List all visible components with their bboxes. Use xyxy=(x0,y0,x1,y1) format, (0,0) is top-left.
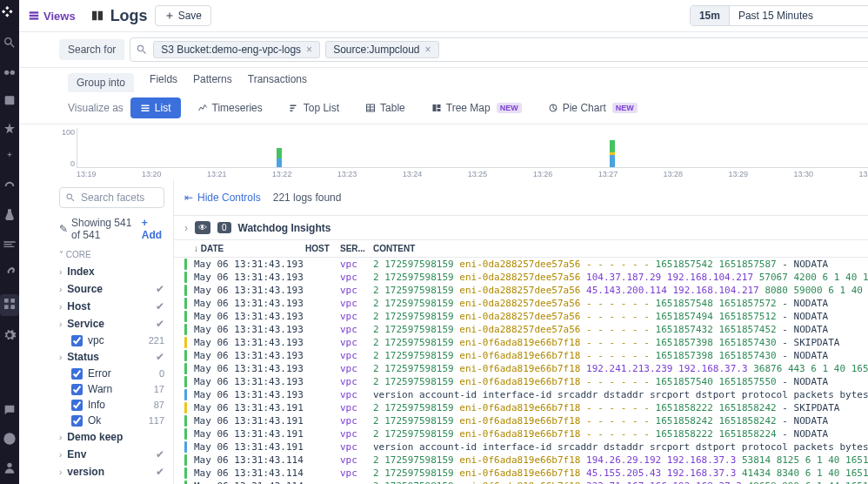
log-row[interactable]: May 06 13:31:43.193 vpc 2 172597598159 e… xyxy=(174,284,868,297)
time-picker[interactable]: 15m Past 15 Minutes ▾ xyxy=(690,5,868,26)
log-date: May 06 13:31:43.193 xyxy=(194,311,298,322)
rail-gauge-icon[interactable] xyxy=(3,179,17,196)
pencil-icon: ✎ xyxy=(59,223,68,235)
facet-search[interactable]: Search facets xyxy=(59,187,164,208)
log-row[interactable]: May 06 13:31:43.191 vpc 2 172597598159 e… xyxy=(174,401,868,414)
svg-point-1 xyxy=(10,71,15,75)
vis-table[interactable]: Table xyxy=(356,97,415,118)
facet-item[interactable]: ›Index xyxy=(59,263,164,280)
toggle-transactions[interactable]: Transactions xyxy=(248,73,307,92)
rail-calendar-icon[interactable] xyxy=(3,93,17,110)
log-date: May 06 13:31:43.193 xyxy=(194,376,298,387)
rail-sparkle-icon[interactable] xyxy=(3,151,17,167)
close-icon[interactable]: × xyxy=(306,44,312,56)
facet-checkbox[interactable] xyxy=(71,384,83,395)
log-content: 2 172597598159 eni-0da288257dee57a56 - -… xyxy=(373,324,868,335)
log-date: May 06 13:31:43.193 xyxy=(194,324,298,335)
log-row[interactable]: May 06 13:31:43.114 vpc 2 172597598159 e… xyxy=(174,480,868,484)
log-row[interactable]: May 06 13:31:43.114 vpc 2 172597598159 e… xyxy=(174,454,868,467)
vis-list[interactable]: List xyxy=(130,97,181,118)
svg-rect-18 xyxy=(141,105,149,107)
rail-star-icon[interactable] xyxy=(3,122,17,138)
add-facet-button[interactable]: + Add xyxy=(142,217,164,241)
vis-timeseries[interactable]: Timeseries xyxy=(188,97,272,118)
facet-item[interactable]: ›version✔ xyxy=(59,463,164,481)
vis-toplist[interactable]: Top List xyxy=(279,97,349,118)
facet-group-core[interactable]: ˅ CORE xyxy=(59,250,164,259)
rail-gear-icon[interactable] xyxy=(3,328,17,345)
log-row[interactable]: May 06 13:31:43.193 vpc 2 172597598159 e… xyxy=(174,336,868,349)
toggle-group-into[interactable]: Group into xyxy=(68,73,134,92)
rail-grid-icon[interactable] xyxy=(0,294,19,316)
rail-search-icon[interactable] xyxy=(3,36,17,52)
col-content[interactable]: CONTENT xyxy=(373,244,868,253)
log-row[interactable]: May 06 13:31:43.191 vpc version account-… xyxy=(174,440,868,454)
col-host[interactable]: HOST xyxy=(305,244,333,253)
log-row[interactable]: May 06 13:31:43.193 vpc 2 172597598159 e… xyxy=(174,258,868,271)
svg-rect-9 xyxy=(30,11,39,13)
facet-value[interactable]: Info87 xyxy=(59,397,164,413)
facet-value[interactable]: Error0 xyxy=(59,366,164,381)
facet-checkbox[interactable] xyxy=(71,335,83,346)
rail-link-icon[interactable] xyxy=(3,266,17,282)
status-bar xyxy=(184,441,187,453)
log-row[interactable]: May 06 13:31:43.193 vpc 2 172597598159 e… xyxy=(174,362,868,375)
rail-help-icon[interactable] xyxy=(3,432,17,448)
vis-piechart[interactable]: Pie ChartNEW xyxy=(538,97,647,118)
facet-value[interactable]: vpc221 xyxy=(59,333,164,348)
svg-rect-4 xyxy=(10,299,15,303)
views-link[interactable]: Views xyxy=(28,10,76,23)
rail-layers-icon[interactable] xyxy=(3,237,17,253)
search-input[interactable]: S3 Bucket:demo-eng-vpc-logs×Source:Jumpc… xyxy=(130,37,868,62)
log-date: May 06 13:31:43.193 xyxy=(194,389,298,400)
close-icon[interactable]: × xyxy=(425,44,431,56)
toggle-fields[interactable]: Fields xyxy=(150,73,177,92)
save-button[interactable]: Save xyxy=(155,5,211,26)
facet-value[interactable]: Ok117 xyxy=(59,413,164,428)
rail-chat-icon[interactable] xyxy=(3,403,17,420)
log-service: vpc xyxy=(340,389,366,400)
plus-icon xyxy=(164,10,175,21)
log-content: 2 172597598159 eni-0f6ada819e66b7f18 45.… xyxy=(373,467,868,479)
col-service[interactable]: SER... xyxy=(340,244,366,253)
hide-controls-button[interactable]: ⇤Hide Controls xyxy=(184,192,261,204)
log-row[interactable]: May 06 13:31:43.193 vpc version account-… xyxy=(174,388,868,401)
rail-user-icon[interactable] xyxy=(3,460,17,477)
log-row[interactable]: May 06 13:31:43.193 vpc 2 172597598159 e… xyxy=(174,323,868,336)
facet-item[interactable]: ›Source✔ xyxy=(59,280,164,298)
facet-item[interactable]: ›Host✔ xyxy=(59,298,164,315)
facet-value[interactable]: Warn17 xyxy=(59,381,164,397)
svg-point-7 xyxy=(3,433,15,444)
timeline-chart[interactable]: 1000 13:1913:2013:2113:2213:2313:2413:25… xyxy=(68,128,868,180)
facet-item[interactable]: ›Demo keep xyxy=(59,428,164,446)
vis-treemap[interactable]: Tree MapNEW xyxy=(422,97,531,118)
log-date: May 06 13:31:43.193 xyxy=(194,298,298,309)
search-chip[interactable]: S3 Bucket:demo-eng-vpc-logs× xyxy=(153,41,320,58)
search-chip[interactable]: Source:Jumpcloud× xyxy=(325,41,438,58)
toggle-patterns[interactable]: Patterns xyxy=(193,73,232,92)
log-content: 2 172597598159 eni-0da288257dee57a56 - -… xyxy=(373,311,868,322)
facet-item[interactable]: ›Env✔ xyxy=(59,446,164,463)
log-row[interactable]: May 06 13:31:43.193 vpc 2 172597598159 e… xyxy=(174,310,868,323)
log-row[interactable]: May 06 13:31:43.193 vpc 2 172597598159 e… xyxy=(174,297,868,310)
watchdog-insights[interactable]: › 👁 0 Watchdog Insights xyxy=(174,216,868,240)
log-row[interactable]: May 06 13:31:43.191 vpc 2 172597598159 e… xyxy=(174,427,868,440)
rail-flask-icon[interactable] xyxy=(3,208,17,225)
log-row[interactable]: May 06 13:31:43.191 vpc 2 172597598159 e… xyxy=(174,414,868,427)
log-row[interactable]: May 06 13:31:43.114 vpc 2 172597598159 e… xyxy=(174,467,868,480)
facet-checkbox[interactable] xyxy=(71,415,83,427)
col-date[interactable]: ↓ DATE xyxy=(194,244,298,253)
log-content: ⇤Hide Controls 221 logs found Export Opt… xyxy=(174,180,868,484)
status-bar xyxy=(184,481,187,484)
svg-rect-5 xyxy=(4,305,9,309)
facet-checkbox[interactable] xyxy=(71,400,83,411)
facet-checkbox[interactable] xyxy=(71,368,83,380)
log-row[interactable]: May 06 13:31:43.193 vpc 2 172597598159 e… xyxy=(174,271,868,284)
log-row[interactable]: May 06 13:31:43.193 vpc 2 172597598159 e… xyxy=(174,375,868,388)
facet-item[interactable]: ›Service✔ xyxy=(59,315,164,333)
log-row[interactable]: May 06 13:31:43.193 vpc 2 172597598159 e… xyxy=(174,349,868,362)
rail-binoculars-icon[interactable] xyxy=(3,64,17,81)
facet-item[interactable]: ›Status✔ xyxy=(59,348,164,366)
logo-icon[interactable] xyxy=(2,5,17,24)
status-bar xyxy=(184,311,187,322)
